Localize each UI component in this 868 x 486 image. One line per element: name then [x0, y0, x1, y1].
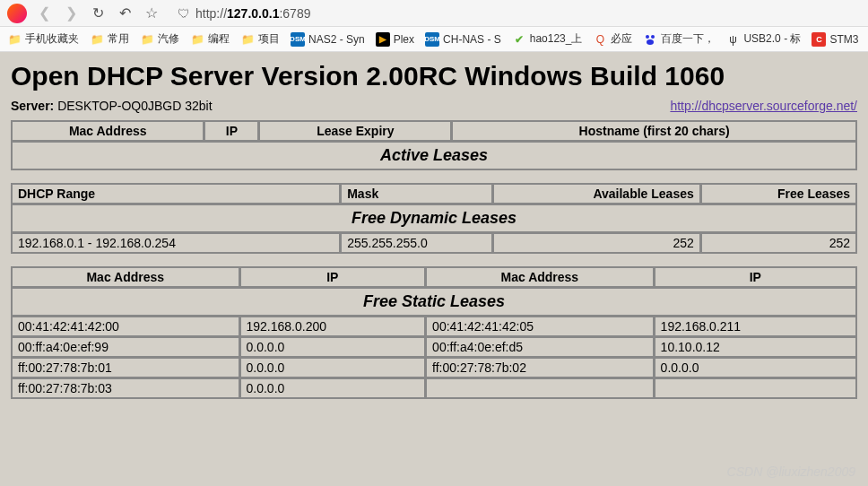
cell-mac: 00:41:42:41:42:00	[12, 317, 239, 336]
watermark: CSDN @liuxizhen2009	[727, 464, 855, 479]
bookmark-label: NAS2 - Syn	[308, 33, 365, 46]
bookmark-label: 手机收藏夹	[25, 31, 79, 47]
active-leases-table: Active Leases Mac Address IP Lease Expir…	[11, 120, 857, 170]
cell-ip: 0.0.0.0	[655, 358, 856, 378]
bookmark-label: 项目	[258, 31, 280, 47]
cell-ip: 0.0.0.0	[240, 358, 426, 378]
dynamic-leases-table: Free Dynamic Leases DHCP Range Mask Avai…	[11, 183, 857, 254]
col-mac: Mac Address	[12, 121, 204, 141]
page-content: Open DHCP Server Version 2.00RC Windows …	[0, 52, 868, 486]
forward-button[interactable]: ❯	[61, 4, 81, 23]
bookmark-item[interactable]: CSTM3	[812, 32, 858, 47]
cell-ip: 192.168.0.211	[655, 317, 856, 336]
bookmark-label: Plex	[394, 33, 414, 46]
bookmark-label: 常用	[108, 31, 129, 47]
shield-icon: 🛡	[178, 6, 190, 21]
cell-ip: 0.0.0.0	[240, 337, 426, 357]
svg-point-2	[647, 39, 654, 45]
server-label: Server:	[11, 99, 54, 113]
col-mask: Mask	[341, 184, 492, 204]
page-title: Open DHCP Server Version 2.00RC Windows …	[11, 61, 857, 91]
bookmark-item[interactable]: 📁手机收藏夹	[7, 31, 79, 47]
cell-mac	[426, 378, 654, 398]
undo-button[interactable]: ↶	[115, 4, 135, 23]
cell-mac: ff:00:27:78:7b:01	[12, 358, 239, 378]
bookmark-label: 百度一下，	[661, 31, 715, 47]
col-ip1: IP	[240, 267, 426, 287]
dynamic-leases-title: Free Dynamic Leases	[12, 204, 856, 232]
bookmark-label: 必应	[611, 31, 632, 47]
cell-available: 252	[493, 233, 700, 253]
project-link[interactable]: http://dhcpserver.sourceforge.net/	[670, 99, 857, 113]
col-ip: IP	[204, 121, 258, 141]
cell-ip: 192.168.0.200	[240, 317, 426, 336]
col-range: DHCP Range	[12, 184, 340, 204]
table-row: 192.168.0.1 - 192.168.0.254255.255.255.0…	[12, 233, 856, 253]
bookmark-item[interactable]: 📁编程	[190, 31, 230, 47]
col-ip2: IP	[655, 267, 856, 287]
cell-ip	[655, 378, 856, 398]
bookmark-label: CH-NAS - S	[443, 33, 501, 46]
cell-ip: 10.10.0.12	[655, 337, 856, 357]
bookmark-item[interactable]: 📁常用	[90, 31, 129, 47]
bookmark-item[interactable]: ✔hao123_上	[512, 31, 583, 47]
bookmark-label: 编程	[208, 31, 230, 47]
bookmark-item[interactable]: 百度一下，	[643, 31, 715, 47]
url-text: http://127.0.0.1:6789	[195, 6, 310, 21]
cell-mask: 255.255.255.0	[341, 233, 492, 253]
svg-point-0	[646, 35, 649, 39]
cell-ip: 0.0.0.0	[240, 378, 426, 398]
static-leases-title: Free Static Leases	[12, 288, 856, 316]
col-expiry: Lease Expiry	[259, 121, 451, 141]
svg-point-1	[651, 35, 655, 39]
bookmark-item[interactable]: DSMNAS2 - Syn	[291, 32, 365, 47]
browser-toolbar: ❮ ❯ ↻ ↶ ☆ 🛡 http://127.0.0.1:6789	[0, 0, 868, 27]
back-button[interactable]: ❮	[34, 4, 54, 23]
table-row: 00:41:42:41:42:00192.168.0.20000:41:42:4…	[12, 317, 856, 336]
cell-mac: 00:41:42:41:42:05	[426, 317, 654, 336]
table-row: ff:00:27:78:7b:010.0.0.0ff:00:27:78:7b:0…	[12, 358, 856, 378]
cell-mac: ff:00:27:78:7b:03	[12, 378, 239, 398]
bookmark-label: USB2.0 - 标	[743, 31, 801, 47]
bookmark-item[interactable]: 📁项目	[240, 31, 280, 47]
bookmark-label: STM3	[829, 33, 858, 46]
col-available: Available Leases	[493, 184, 700, 204]
cell-free: 252	[701, 233, 856, 253]
static-leases-table: Free Static Leases Mac Address IP Mac Ad…	[11, 266, 857, 399]
cell-mac: 00:ff:a4:0e:ef:99	[12, 337, 239, 357]
bookmarks-bar: 📁手机收藏夹📁常用📁汽修📁编程📁项目DSMNAS2 - Syn▶PlexDSMC…	[0, 27, 868, 52]
server-value: DESKTOP-OQ0JBGD 32bit	[57, 99, 212, 113]
table-row: 00:ff:a4:0e:ef:990.0.0.000:ff:a4:0e:ef:d…	[12, 337, 856, 357]
bookmark-item[interactable]: DSMCH-NAS - S	[425, 32, 501, 47]
bookmark-item[interactable]: 📁汽修	[140, 31, 179, 47]
reload-button[interactable]: ↻	[88, 4, 108, 23]
col-mac2: Mac Address	[426, 267, 654, 287]
bookmark-label: 汽修	[158, 31, 179, 47]
bookmark-item[interactable]: ▶Plex	[376, 32, 414, 47]
address-bar[interactable]: 🛡 http://127.0.0.1:6789	[169, 6, 861, 21]
col-mac1: Mac Address	[12, 267, 239, 287]
bookmark-item[interactable]: Q必应	[593, 31, 632, 47]
server-info-row: Server: DESKTOP-OQ0JBGD 32bit http://dhc…	[11, 99, 857, 113]
col-hostname: Hostname (first 20 chars)	[452, 121, 856, 141]
bookmark-star-icon[interactable]: ☆	[142, 4, 161, 23]
table-row: ff:00:27:78:7b:030.0.0.0	[12, 378, 856, 398]
active-leases-title: Active Leases	[12, 142, 856, 169]
cell-mac: ff:00:27:78:7b:02	[426, 358, 654, 378]
profile-avatar[interactable]	[7, 4, 27, 23]
bookmark-item[interactable]: ψUSB2.0 - 标	[725, 31, 801, 47]
bookmark-label: hao123_上	[530, 31, 583, 47]
col-free: Free Leases	[701, 184, 856, 204]
cell-range: 192.168.0.1 - 192.168.0.254	[12, 233, 340, 253]
cell-mac: 00:ff:a4:0e:ef:d5	[426, 337, 654, 357]
